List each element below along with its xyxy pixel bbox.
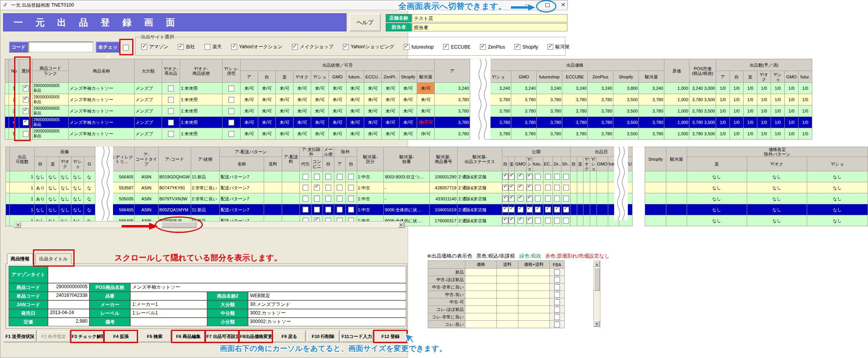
- public-checkbox[interactable]: [509, 207, 514, 213]
- public-checkbox[interactable]: [535, 218, 541, 224]
- tab-listing-title[interactable]: 出品タイトル: [35, 253, 71, 264]
- public-checkbox[interactable]: [563, 185, 569, 191]
- public-checkbox[interactable]: [535, 174, 541, 180]
- cosell-checkbox[interactable]: [228, 85, 234, 91]
- site-checkbox[interactable]: [480, 44, 486, 50]
- site-checkbox[interactable]: [231, 44, 237, 50]
- fba-checkbox[interactable]: [554, 307, 560, 313]
- mail-checkbox[interactable]: [325, 185, 331, 191]
- panel-scrollbar-thumb[interactable]: [594, 267, 600, 291]
- public-checkbox[interactable]: [545, 218, 551, 224]
- public-checkbox[interactable]: [535, 207, 541, 213]
- public-checkbox[interactable]: [527, 218, 532, 224]
- public-checkbox[interactable]: [509, 185, 514, 191]
- public-checkbox[interactable]: [554, 218, 560, 224]
- fkey-button-8[interactable]: F8出品価格変更: [239, 331, 272, 342]
- public-checkbox[interactable]: [563, 218, 569, 224]
- public-checkbox[interactable]: [518, 218, 523, 224]
- panel-vertical-scrollbar[interactable]: ▲ ▼: [593, 260, 600, 327]
- public-checkbox[interactable]: [502, 174, 508, 180]
- fkey-button-7[interactable]: F7 出品可否設定: [206, 331, 239, 342]
- fkey-button-1[interactable]: F1 送受信状況: [4, 331, 36, 342]
- public-checkbox[interactable]: [554, 185, 560, 191]
- pay-exclusion-checkbox[interactable]: [303, 185, 308, 191]
- pay-exclusion-checkbox[interactable]: [314, 207, 320, 213]
- exclusion-checkbox[interactable]: [348, 174, 354, 180]
- fba-checkbox[interactable]: [554, 284, 560, 290]
- public-checkbox[interactable]: [545, 185, 551, 191]
- table-row[interactable]: 3290000000005新品メンズ半袖カットソーメンズブ1:未使用未/可未/可…: [5, 105, 812, 117]
- fkey-button-9[interactable]: F9 戻る: [273, 331, 306, 342]
- relist-checkbox[interactable]: [168, 120, 174, 125]
- pay-exclusion-checkbox[interactable]: [303, 207, 308, 213]
- close-button[interactable]: ✕: [559, 2, 567, 9]
- pay-exclusion-checkbox[interactable]: [314, 185, 320, 191]
- public-checkbox[interactable]: [535, 196, 541, 202]
- public-checkbox[interactable]: [502, 196, 508, 202]
- site-checkbox[interactable]: [547, 44, 553, 50]
- site-checkbox[interactable]: [204, 44, 210, 50]
- mail-checkbox[interactable]: [325, 207, 331, 213]
- relist-checkbox[interactable]: [168, 85, 174, 91]
- relist-checkbox[interactable]: [168, 131, 174, 137]
- fba-checkbox[interactable]: [554, 314, 560, 320]
- fba-checkbox[interactable]: [554, 292, 560, 298]
- all-check-checkbox[interactable]: [123, 45, 129, 51]
- exclusion-checkbox[interactable]: [337, 196, 343, 202]
- public-checkbox[interactable]: [563, 207, 569, 213]
- site-checkbox[interactable]: [514, 44, 520, 50]
- public-checkbox[interactable]: [518, 207, 523, 213]
- exclusion-checkbox[interactable]: [348, 196, 354, 202]
- site-checkbox[interactable]: [404, 44, 410, 50]
- fkey-button-3[interactable]: F3 チェック解除: [71, 331, 104, 342]
- pay-exclusion-checkbox[interactable]: [314, 196, 320, 202]
- relist-checkbox[interactable]: [168, 97, 174, 103]
- public-checkbox[interactable]: [527, 207, 532, 213]
- public-checkbox[interactable]: [554, 174, 560, 180]
- public-checkbox[interactable]: [545, 207, 551, 213]
- pay-exclusion-checkbox[interactable]: [303, 196, 308, 202]
- relist-checkbox[interactable]: [168, 108, 174, 114]
- fba-checkbox[interactable]: [554, 277, 560, 283]
- table-row[interactable]: 2290000000005新品メンズ半袖カットソーメンズブ1:未使用未/可未/可…: [5, 94, 812, 105]
- public-checkbox[interactable]: [535, 185, 541, 191]
- site-checkbox[interactable]: [443, 44, 449, 50]
- panel-scroll-down-button[interactable]: ▼: [594, 320, 600, 327]
- exclusion-checkbox[interactable]: [337, 207, 343, 213]
- row-select-checkbox[interactable]: [23, 131, 29, 137]
- public-checkbox[interactable]: [509, 196, 514, 202]
- scroll-left-button[interactable]: ◄: [15, 222, 21, 228]
- table-row[interactable]: 1290000000005新品メンズ半袖カットソーメンズブ1:未使用未/可未/可…: [5, 83, 812, 94]
- public-checkbox[interactable]: [527, 196, 532, 202]
- code-button[interactable]: コード: [9, 42, 28, 53]
- site-checkbox[interactable]: [292, 44, 298, 50]
- public-checkbox[interactable]: [502, 185, 508, 191]
- table-row[interactable]: 1ありなしなしなしな505035ASINB079TVXN3W2:非常に良い配送パ…: [6, 193, 868, 204]
- exclusion-checkbox[interactable]: [348, 185, 354, 191]
- cosell-checkbox[interactable]: [228, 131, 234, 137]
- public-checkbox[interactable]: [509, 174, 514, 180]
- table-row[interactable]: 1なしなしなしなしな566405ASINB019GDQHGW11:新品配送パター…: [6, 171, 868, 182]
- panel-scroll-up-button[interactable]: ▲: [594, 261, 600, 267]
- public-checkbox[interactable]: [518, 174, 523, 180]
- row-select-checkbox[interactable]: [23, 120, 29, 125]
- mail-checkbox[interactable]: [325, 196, 331, 202]
- pay-exclusion-checkbox[interactable]: [314, 174, 320, 180]
- table-row[interactable]: 1なしなしなしなしな566405ASINB00ZQA1MYM11:新品配送パター…: [6, 204, 868, 215]
- public-checkbox[interactable]: [502, 218, 508, 224]
- exclusion-checkbox[interactable]: [337, 185, 343, 191]
- exclusion-checkbox[interactable]: [348, 207, 354, 213]
- cosell-checkbox[interactable]: [228, 108, 234, 114]
- exclusion-checkbox[interactable]: [337, 174, 343, 180]
- fba-checkbox[interactable]: [554, 269, 560, 275]
- site-checkbox[interactable]: [141, 44, 147, 50]
- fkey-button-10[interactable]: F10 行削除: [306, 331, 339, 342]
- public-checkbox[interactable]: [502, 207, 508, 213]
- row-select-checkbox[interactable]: [23, 108, 29, 114]
- tab-product-info[interactable]: 商品情報: [7, 253, 33, 264]
- cosell-checkbox[interactable]: [228, 120, 234, 125]
- row-select-checkbox[interactable]: [23, 85, 29, 91]
- fkey-button-4[interactable]: F4 拡張: [104, 331, 137, 342]
- help-button[interactable]: ヘルプ: [349, 13, 381, 31]
- public-checkbox[interactable]: [518, 196, 523, 202]
